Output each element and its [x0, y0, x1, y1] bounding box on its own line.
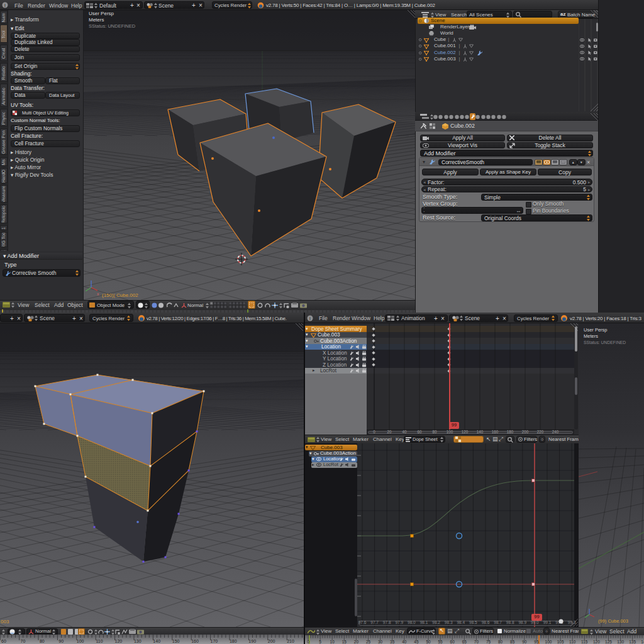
- svg-text:i: i: [4, 3, 6, 8]
- svg-text:x: x: [97, 292, 99, 296]
- svg-text:i: i: [309, 316, 311, 321]
